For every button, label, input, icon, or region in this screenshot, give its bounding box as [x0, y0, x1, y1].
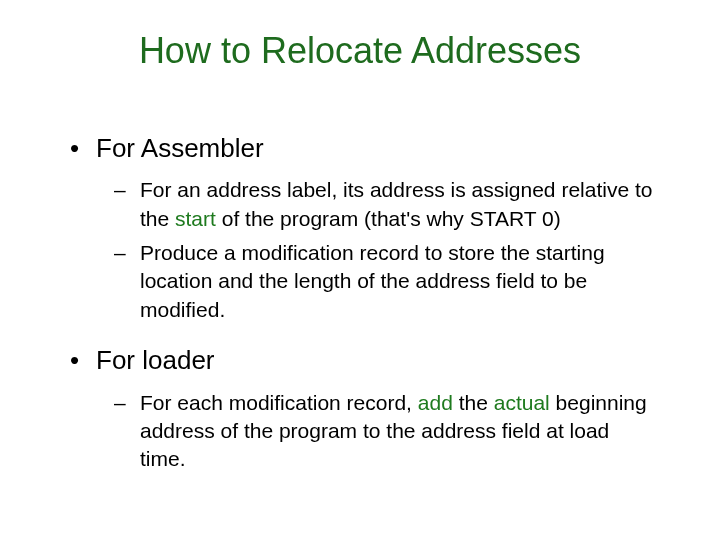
slide-title: How to Relocate Addresses: [0, 30, 720, 72]
sub-2-1-hl: add: [418, 391, 453, 414]
sub-bullet-1-1: –For an address label, its address is as…: [114, 176, 660, 233]
sub-bullet-2-1: –For each modification record, add the a…: [114, 389, 660, 474]
sub-2-1-pre: For each modification record,: [140, 391, 418, 414]
bullet-2-text: For loader: [96, 345, 215, 375]
bullet-1-text: For Assembler: [96, 133, 264, 163]
dash-icon: –: [114, 176, 140, 204]
bullet-icon: •: [70, 130, 96, 166]
bullet-2: •For loader: [70, 342, 660, 378]
sub-1-1-post: of the program (that's why START 0): [216, 207, 561, 230]
sub-1-2-pre: Produce a modification record to store t…: [140, 241, 605, 321]
sub-2-1-hl2: actual: [494, 391, 550, 414]
sub-2-1-mid: the: [453, 391, 494, 414]
slide-content: •For Assembler –For an address label, it…: [70, 130, 660, 480]
bullet-icon: •: [70, 342, 96, 378]
sub-bullet-1-2: –Produce a modification record to store …: [114, 239, 660, 324]
sub-1-1-hl: start: [175, 207, 216, 230]
dash-icon: –: [114, 389, 140, 417]
dash-icon: –: [114, 239, 140, 267]
bullet-1: •For Assembler: [70, 130, 660, 166]
